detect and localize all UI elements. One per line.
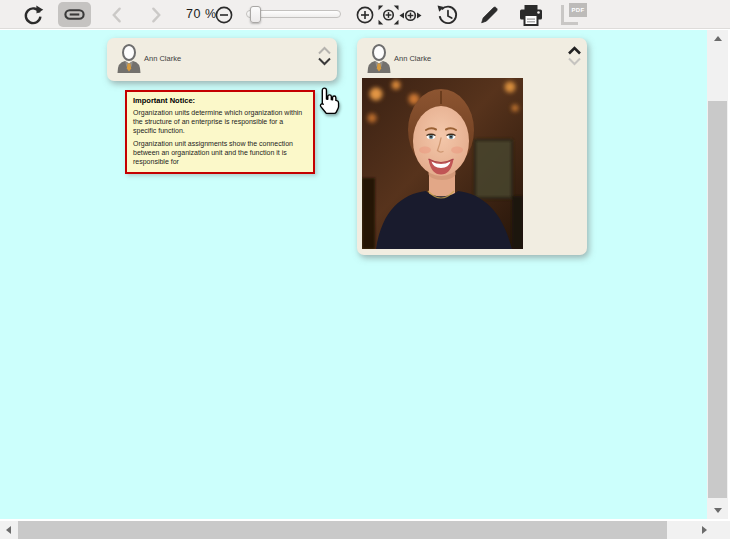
link-icon bbox=[63, 3, 86, 26]
edit-button[interactable] bbox=[477, 3, 501, 27]
horizontal-scroll-thumb[interactable] bbox=[18, 521, 667, 539]
back-button[interactable] bbox=[105, 4, 127, 26]
person-name: Ann Clarke bbox=[394, 54, 431, 63]
person-node-collapsed[interactable]: Ann Clarke bbox=[107, 38, 337, 81]
scroll-up-button[interactable] bbox=[707, 30, 728, 47]
plus-circle-icon bbox=[356, 6, 374, 24]
zoom-in-button[interactable] bbox=[355, 5, 374, 24]
history-icon bbox=[435, 4, 460, 27]
hand-cursor bbox=[315, 86, 341, 115]
employee-photo bbox=[362, 78, 523, 249]
pencil-icon bbox=[478, 4, 500, 26]
horizontal-scrollbar[interactable] bbox=[0, 521, 730, 539]
chevron-left-icon bbox=[109, 5, 124, 25]
notice-paragraph: Organization unit assignments show the c… bbox=[133, 140, 307, 167]
history-button[interactable] bbox=[435, 3, 460, 27]
refresh-icon bbox=[22, 4, 44, 26]
triangle-down-icon bbox=[714, 508, 722, 513]
chevron-right-icon bbox=[149, 5, 164, 25]
scroll-down-button[interactable] bbox=[707, 502, 728, 519]
collapse-down-button chevron-down-icon[interactable] bbox=[317, 57, 332, 66]
zoom-to-width-button[interactable] bbox=[399, 6, 422, 24]
zoom-width-icon bbox=[399, 7, 422, 24]
scroll-right-button[interactable] bbox=[696, 521, 713, 539]
toolbar: 70 % bbox=[0, 0, 730, 29]
pdf-label: PDF bbox=[569, 3, 587, 17]
person-name: Ann Clarke bbox=[144, 54, 181, 63]
export-pdf-button[interactable]: PDF bbox=[560, 3, 588, 27]
person-node-expanded[interactable]: Ann Clarke bbox=[357, 38, 587, 255]
zoom-level-label: 70 % bbox=[186, 7, 217, 21]
zoom-out-button[interactable] bbox=[214, 5, 233, 24]
expand-down-button chevron-down-icon[interactable] bbox=[567, 57, 582, 66]
triangle-left-icon bbox=[6, 526, 11, 534]
person-icon bbox=[116, 44, 142, 74]
notice-title: Important Notice: bbox=[133, 96, 307, 105]
printer-icon bbox=[518, 4, 544, 27]
zoom-fit-icon bbox=[378, 5, 399, 25]
person-icon bbox=[366, 44, 392, 74]
pdf-icon: PDF bbox=[561, 3, 587, 27]
zoom-slider-handle[interactable] bbox=[250, 6, 261, 23]
expand-up-button chevron-up-icon[interactable] bbox=[317, 46, 332, 55]
zoom-to-fit-button[interactable] bbox=[377, 4, 399, 26]
refresh-button[interactable] bbox=[20, 2, 46, 28]
vertical-scrollbar[interactable] bbox=[707, 30, 728, 519]
notice-paragraph: Organization units determine which organ… bbox=[133, 109, 307, 136]
scroll-left-button[interactable] bbox=[0, 521, 17, 539]
triangle-right-icon bbox=[702, 526, 707, 534]
triangle-up-icon bbox=[714, 36, 722, 41]
notice-node[interactable]: Important Notice: Organization units det… bbox=[125, 90, 315, 174]
link-tool-button[interactable] bbox=[58, 2, 91, 27]
zoom-slider[interactable] bbox=[246, 10, 341, 18]
minus-circle-icon bbox=[215, 6, 233, 24]
diagram-canvas[interactable]: Ann Clarke Important Notice: Organizatio… bbox=[0, 30, 707, 519]
vertical-scroll-thumb[interactable] bbox=[708, 101, 727, 498]
org-diagram-app: 70 % bbox=[0, 0, 730, 539]
print-button[interactable] bbox=[517, 3, 545, 27]
collapse-up-button chevron-up-icon[interactable] bbox=[567, 46, 582, 55]
forward-button[interactable] bbox=[145, 4, 167, 26]
